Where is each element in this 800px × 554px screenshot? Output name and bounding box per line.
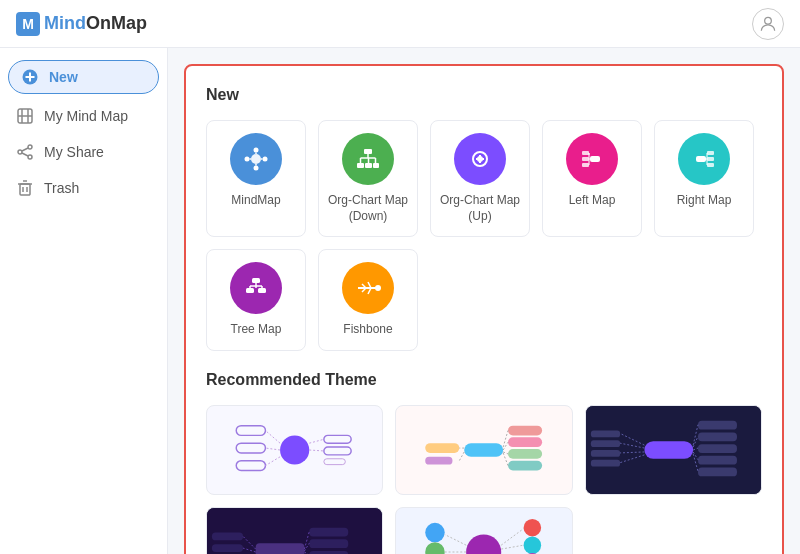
- svg-rect-27: [364, 149, 372, 154]
- org-chart-down-label: Org-Chart Map(Down): [328, 193, 408, 224]
- svg-rect-124: [212, 544, 243, 552]
- right-map-label: Right Map: [677, 193, 732, 209]
- share-icon: [16, 143, 34, 161]
- svg-line-88: [503, 453, 508, 466]
- svg-line-72: [265, 430, 280, 443]
- svg-rect-70: [236, 443, 265, 453]
- user-avatar[interactable]: [752, 8, 784, 40]
- svg-line-78: [309, 439, 324, 443]
- theme-grid: [206, 405, 762, 554]
- svg-point-21: [245, 157, 250, 162]
- sidebar-item-new-label: New: [49, 69, 78, 85]
- tree-map-icon: [230, 262, 282, 314]
- map-item-org-chart-up[interactable]: Org-Chart Map (Up): [430, 120, 530, 237]
- theme-card-light-purple[interactable]: [206, 405, 383, 495]
- svg-rect-52: [707, 163, 714, 167]
- svg-rect-96: [698, 432, 737, 441]
- svg-rect-30: [373, 163, 379, 168]
- svg-rect-51: [707, 157, 714, 161]
- svg-point-68: [280, 435, 309, 464]
- sidebar-item-my-share-label: My Share: [44, 144, 104, 160]
- svg-rect-3: [26, 76, 35, 78]
- svg-line-137: [445, 534, 466, 545]
- new-section-title: New: [206, 86, 762, 104]
- svg-rect-57: [258, 288, 266, 293]
- tree-map-label: Tree Map: [231, 322, 282, 338]
- header: M MindOnMap: [0, 0, 800, 48]
- app-layout: New My Mind Map: [0, 48, 800, 554]
- svg-rect-116: [309, 539, 348, 548]
- fishbone-label: Fishbone: [343, 322, 392, 338]
- svg-point-10: [28, 155, 32, 159]
- svg-rect-69: [236, 425, 265, 435]
- sidebar-item-my-mind-map-label: My Mind Map: [44, 108, 128, 124]
- map-item-right-map[interactable]: Right Map: [654, 120, 754, 237]
- logo-text: MindOnMap: [44, 13, 147, 34]
- svg-rect-28: [357, 163, 364, 168]
- content-box: New: [184, 64, 784, 554]
- svg-rect-95: [698, 421, 737, 430]
- theme-card-dark-purple[interactable]: [206, 507, 383, 554]
- mindmap-icon: [230, 133, 282, 185]
- svg-line-12: [22, 153, 28, 156]
- svg-rect-90: [426, 457, 453, 465]
- main-content: New: [168, 48, 800, 554]
- svg-rect-89: [426, 443, 460, 453]
- svg-rect-29: [365, 163, 372, 168]
- map-item-org-chart-down[interactable]: Org-Chart Map(Down): [318, 120, 418, 237]
- svg-line-79: [309, 450, 324, 451]
- map-item-mindmap[interactable]: MindMap: [206, 120, 306, 237]
- org-chart-up-icon: [454, 133, 506, 185]
- sidebar-item-trash[interactable]: Trash: [0, 170, 167, 206]
- svg-rect-81: [508, 425, 542, 435]
- map-item-fishbone[interactable]: Fishbone: [318, 249, 418, 351]
- svg-rect-115: [309, 527, 348, 536]
- svg-line-140: [502, 528, 524, 545]
- svg-rect-105: [591, 430, 620, 437]
- svg-line-74: [265, 457, 280, 466]
- svg-rect-99: [698, 467, 737, 476]
- map-item-tree-map[interactable]: Tree Map: [206, 249, 306, 351]
- svg-rect-50: [707, 151, 714, 155]
- svg-point-20: [254, 166, 259, 171]
- svg-line-92: [460, 452, 465, 461]
- svg-rect-106: [591, 440, 620, 447]
- theme-card-bubble[interactable]: [395, 507, 572, 554]
- svg-rect-97: [698, 444, 737, 453]
- svg-point-18: [251, 154, 261, 164]
- svg-point-39: [477, 156, 483, 162]
- theme-card-dark-blue[interactable]: [585, 405, 762, 495]
- svg-point-67: [375, 285, 381, 291]
- svg-rect-107: [591, 450, 620, 457]
- svg-rect-55: [252, 278, 260, 283]
- map-icon: [16, 107, 34, 125]
- org-chart-up-label: Org-Chart Map (Up): [439, 193, 521, 224]
- svg-line-11: [22, 148, 28, 151]
- sidebar-item-my-share[interactable]: My Share: [0, 134, 167, 170]
- map-grid: MindMap: [206, 120, 762, 351]
- recommended-section-title: Recommended Theme: [206, 371, 762, 389]
- svg-point-129: [466, 534, 501, 554]
- svg-rect-114: [256, 543, 305, 554]
- sidebar: New My Mind Map: [0, 48, 168, 554]
- svg-line-85: [503, 430, 508, 447]
- logo: M MindOnMap: [16, 12, 147, 36]
- svg-rect-98: [698, 456, 737, 465]
- svg-rect-41: [582, 151, 589, 155]
- plus-icon: [21, 68, 39, 86]
- svg-point-134: [524, 536, 542, 554]
- svg-rect-56: [246, 288, 254, 293]
- map-item-left-map[interactable]: Left Map: [542, 120, 642, 237]
- svg-point-130: [426, 523, 445, 542]
- svg-rect-43: [582, 163, 589, 167]
- svg-rect-123: [212, 532, 243, 540]
- theme-card-colorful[interactable]: [395, 405, 572, 495]
- svg-point-0: [765, 17, 772, 24]
- sidebar-item-new[interactable]: New: [8, 60, 159, 94]
- left-map-label: Left Map: [569, 193, 616, 209]
- right-map-icon: [678, 133, 730, 185]
- svg-point-133: [524, 519, 542, 537]
- svg-point-22: [263, 157, 268, 162]
- svg-rect-42: [582, 157, 589, 161]
- sidebar-item-my-mind-map[interactable]: My Mind Map: [0, 98, 167, 134]
